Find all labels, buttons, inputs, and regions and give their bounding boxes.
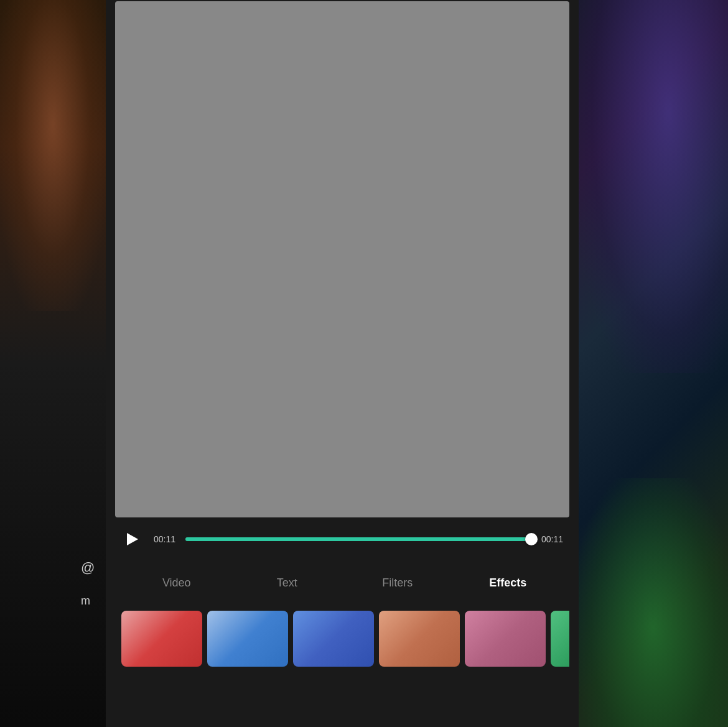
thumbnails-row [115, 604, 569, 673]
sidebar-overlay: @ m [81, 560, 95, 608]
sidebar-icon: @ [81, 560, 95, 576]
blur-decoration-1 [0, 0, 106, 311]
thumbnail-6[interactable] [551, 611, 569, 667]
play-icon [127, 533, 138, 545]
progress-thumb[interactable] [525, 533, 538, 545]
tab-text[interactable]: Text [232, 570, 343, 596]
blur-decoration-3 [579, 478, 728, 727]
thumbnail-3[interactable] [293, 611, 374, 667]
playback-controls: 00:11 00:11 [115, 517, 569, 561]
tabs-bar: Video Text Filters Effects [115, 561, 569, 604]
play-button[interactable] [121, 528, 144, 550]
tab-filters[interactable]: Filters [342, 570, 453, 596]
blur-decoration-2 [579, 0, 728, 373]
tab-effects[interactable]: Effects [453, 570, 564, 596]
time-total: 00:11 [541, 534, 563, 544]
time-current: 00:11 [154, 534, 175, 544]
thumbnail-5[interactable] [465, 611, 546, 667]
background-right [579, 0, 728, 727]
progress-bar[interactable] [185, 537, 531, 541]
background-left [0, 0, 106, 727]
thumbnail-4[interactable] [379, 611, 460, 667]
sidebar-text: m [81, 595, 95, 608]
thumbnail-1[interactable] [121, 611, 202, 667]
video-preview [115, 1, 569, 517]
progress-bar-fill [185, 537, 531, 541]
tab-video[interactable]: Video [121, 570, 232, 596]
main-container: 00:11 00:11 Video Text Filters Effects [115, 0, 569, 727]
thumbnail-2[interactable] [207, 611, 288, 667]
